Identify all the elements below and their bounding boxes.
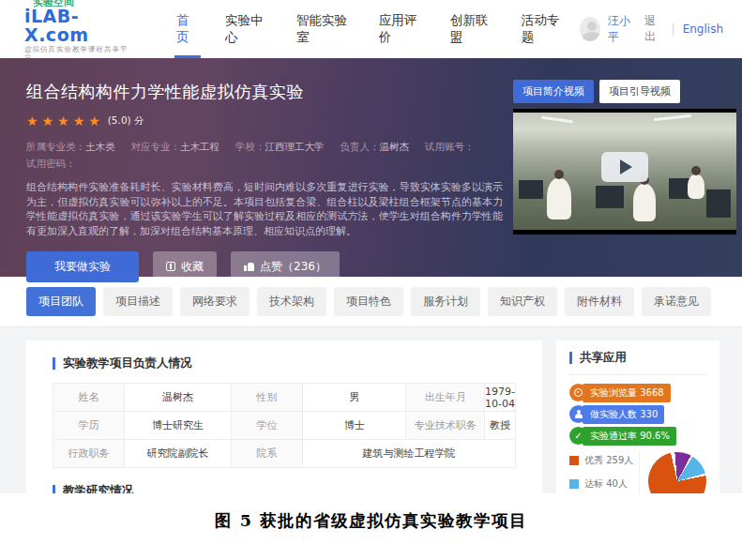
- shared-usage-title: 共享应用: [569, 350, 706, 366]
- content-area: 实验教学项目负责人情况 姓名 温树杰 性别 男 出生年月 1979-10-04 …: [0, 327, 742, 493]
- thumb-up-icon: [244, 262, 254, 271]
- legend-item-excellent: 优秀 259人: [569, 454, 639, 467]
- bookmark-icon: [166, 262, 175, 271]
- nav-item-smart-lab[interactable]: 智能实验室: [283, 0, 366, 58]
- play-button[interactable]: [601, 152, 648, 182]
- legend-item-pass: 达标 40人: [569, 477, 639, 491]
- logout-link[interactable]: 退出: [644, 13, 664, 45]
- hero-action-buttons: 我要做实验 收藏 点赞（236）: [26, 251, 742, 282]
- results-chart-row: 优秀 259人 达标 40人 不达标 31人: [569, 452, 706, 493]
- tab-project-team[interactable]: 项目团队: [26, 287, 96, 316]
- user-area: 汪小平 退出 | English: [580, 13, 723, 45]
- section-bar: [53, 485, 55, 493]
- project-description: 组合结构构件实验准备耗时长、实验材料费高，短时间内难以多次重复进行实验，导致实体…: [26, 180, 503, 239]
- tab-project-description[interactable]: 项目描述: [103, 287, 173, 316]
- table-row: 姓名 温树杰 性别 男 出生年月 1979-10-04: [53, 384, 516, 412]
- tab-intellectual-property[interactable]: 知识产权: [488, 287, 557, 316]
- stat-views-badge: 实验浏览量 3668: [583, 384, 671, 402]
- tab-project-features[interactable]: 项目特色: [334, 287, 403, 316]
- student-shape: [547, 178, 571, 219]
- meta-major: 对应专业：土木工程: [131, 141, 220, 154]
- site-logo[interactable]: 实验空间 iLAB-X.com 虚拟仿真实验教学课程共享平台: [24, 0, 133, 61]
- monitor-shape: [596, 186, 624, 208]
- video-block: 项目简介视频 项目引导视频: [513, 80, 736, 235]
- ceiling-light: [541, 116, 573, 124]
- stat-pass-rate: ✓ 实验通过率 90.6%: [569, 427, 706, 445]
- divider: [569, 374, 706, 375]
- project-tab-bar: 项目团队 项目描述 网络要求 技术架构 项目特色 服务计划 知识产权 附件材料 …: [0, 277, 742, 327]
- guide-video-button[interactable]: 项目引导视频: [599, 80, 680, 103]
- tab-commitment[interactable]: 承诺意见: [642, 287, 711, 316]
- video-thumbnail[interactable]: [513, 109, 736, 235]
- stat-pass-rate-badge: 实验通过率 90.6%: [583, 427, 676, 446]
- leader-info-card: 实验教学项目负责人情况 姓名 温树杰 性别 男 出生年月 1979-10-04 …: [26, 341, 542, 493]
- user-name-link[interactable]: 汪小平: [608, 13, 637, 45]
- section-bar: [569, 352, 572, 364]
- legend-swatch: [569, 456, 579, 465]
- tab-tech-architecture[interactable]: 技术架构: [257, 287, 326, 316]
- divider: |: [672, 23, 675, 36]
- nav-item-activities[interactable]: 活动专题: [508, 0, 580, 58]
- tab-attachments[interactable]: 附件材料: [565, 287, 634, 316]
- legend-swatch: [569, 479, 579, 489]
- nav-item-experiment-center[interactable]: 实验中心: [212, 0, 283, 58]
- meta-trial-account: 试用账号：: [425, 141, 475, 154]
- meta-school: 学校：江西理工大学: [235, 141, 325, 154]
- student-shape: [633, 184, 656, 221]
- star-rating-icons: ★★★★★: [26, 114, 104, 129]
- logo-brand-main: iLAB-X.com: [24, 8, 133, 45]
- intro-video-button[interactable]: 项目简介视频: [513, 80, 594, 103]
- leader-profile-table: 姓名 温树杰 性别 男 出生年月 1979-10-04 学历 博士研究生 学位 …: [53, 383, 516, 468]
- stat-participants-badge: 做实验人数 330: [583, 405, 664, 424]
- project-meta-row: 所属专业类：土木类 对应专业：土木工程 学校：江西理工大学 负责人：温树杰 试用…: [26, 141, 519, 154]
- play-icon: [620, 159, 632, 174]
- shared-usage-card: 共享应用 实验浏览量 3668 做实验人数 330 ✓ 实验通过率 90.6% …: [556, 341, 719, 493]
- nav-item-home[interactable]: 首页: [163, 0, 212, 58]
- person-icon: [569, 405, 587, 423]
- stat-views: 实验浏览量 3668: [569, 384, 706, 401]
- check-shield-icon: ✓: [569, 427, 587, 445]
- section-bar: [53, 357, 55, 370]
- pie-legend: 优秀 259人 达标 40人 不达标 31人: [569, 452, 640, 493]
- leader-section-title: 实验教学项目负责人情况: [53, 356, 516, 371]
- stat-participants: 做实验人数 330: [569, 405, 706, 423]
- page: 实验空间 iLAB-X.com 虚拟仿真实验教学课程共享平台 首页 实验中心 智…: [0, 0, 742, 560]
- monitor-shape: [519, 180, 543, 199]
- video-buttons: 项目简介视频 项目引导视频: [513, 80, 736, 103]
- favorite-button[interactable]: 收藏: [153, 251, 217, 282]
- language-switch-link[interactable]: English: [683, 23, 723, 36]
- user-avatar[interactable]: [580, 17, 600, 41]
- rating-score: (5.0) 分: [108, 114, 144, 128]
- tab-service-plan[interactable]: 服务计划: [411, 287, 480, 316]
- results-pie-chart: [648, 452, 706, 493]
- ceiling-light: [654, 114, 691, 121]
- nav-item-innovation-alliance[interactable]: 创新联盟: [437, 0, 508, 58]
- figure-caption: 图 5 获批的省级虚拟仿真实验教学项目: [0, 509, 742, 532]
- student-shape: [688, 174, 704, 199]
- project-hero-banner: 组合结构构件力学性能虚拟仿真实验 ★★★★★ (5.0) 分 所属专业类：土木类…: [0, 58, 742, 277]
- like-button[interactable]: 点赞（236）: [231, 251, 340, 282]
- nav-item-app-review[interactable]: 应用评价: [366, 0, 437, 58]
- top-navbar: 实验空间 iLAB-X.com 虚拟仿真实验教学课程共享平台 首页 实验中心 智…: [0, 0, 742, 58]
- main-nav: 首页 实验中心 智能实验室 应用评价 创新联盟 活动专题: [163, 0, 580, 58]
- eye-icon: [569, 384, 587, 401]
- meta-leader: 负责人：温树杰: [341, 141, 410, 154]
- meta-category: 所属专业类：土木类: [26, 141, 115, 154]
- research-section-title: 教学研究情况: [53, 483, 516, 493]
- table-row: 学历 博士研究生 学位 博士 专业技术职务 教授: [53, 412, 516, 440]
- do-experiment-button[interactable]: 我要做实验: [26, 251, 139, 282]
- table-row: 行政职务 研究院副院长 院系 建筑与测绘工程学院: [53, 440, 516, 468]
- tab-network-requirements[interactable]: 网络要求: [180, 287, 250, 316]
- monitor-shape: [706, 189, 731, 218]
